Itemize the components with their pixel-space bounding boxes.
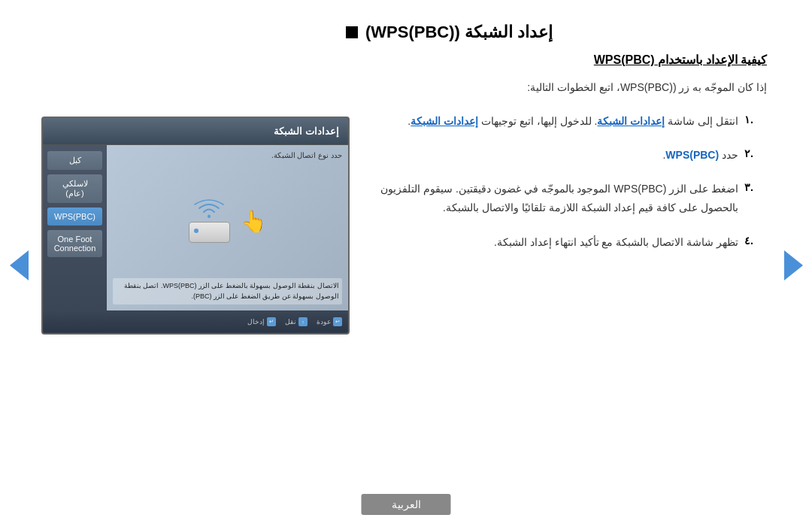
step-3: .٣ اضغط على الزر WPS(PBC) الموجود بالموج… [346, 180, 767, 217]
enter-icon: ↵ [267, 317, 276, 326]
tv-center: 👆 [113, 164, 342, 278]
step-2-number: .٢ [744, 147, 767, 159]
tv-footer-move: ↑ نقل [285, 317, 308, 326]
step-3-text: اضغط على الزر WPS(PBC) الموجود بالموجّه … [346, 180, 738, 217]
arabic-content: إعداد الشبكة (WPS(PBC)) كيفية الإعداد با… [346, 23, 767, 267]
hand-press-icon: 👆 [241, 209, 267, 234]
step-1-link-2: إعدادات الشبكة [411, 115, 478, 127]
tv-footer-back: ↩ عودة [317, 317, 342, 326]
router-body [189, 222, 230, 243]
tv-header: إعدادات الشبكة [43, 118, 348, 145]
tv-footer-enter: ↵ إدخال [247, 317, 276, 326]
move-label: نقل [285, 318, 296, 326]
step-4-number: .٤ [744, 235, 767, 247]
page-title: إعداد الشبكة (WPS(PBC)) [346, 23, 767, 42]
language-bar: العربية [362, 494, 451, 515]
step-4-text: تظهر شاشة الاتصال بالشبكة مع تأكيد انتها… [346, 233, 738, 252]
page-subtitle: كيفية الإعداد باستخدام WPS(PBC) [346, 53, 767, 67]
tv-main: حدد نوع اتصال الشبكة. [107, 145, 348, 310]
tv-menu-onefoot[interactable]: One Foot Connection [47, 230, 102, 257]
steps-list: .١ انتقل إلى شاشة إعدادات الشبكة. للدخول… [346, 112, 767, 252]
step-1-number: .١ [744, 114, 767, 126]
tv-screen: إعدادات الشبكة كبل لاسلكي(عام) WPS(PBC) … [41, 117, 350, 335]
step-2: .٢ حدد WPS(PBC). [346, 146, 767, 165]
title-bullet [346, 26, 358, 38]
right-arrow-icon [784, 250, 803, 280]
tv-mockup: إعدادات الشبكة كبل لاسلكي(عام) WPS(PBC) … [41, 117, 365, 335]
router-led [194, 229, 198, 233]
move-icon: ↑ [298, 317, 308, 326]
left-arrow-icon [10, 250, 29, 280]
nav-arrow-right[interactable] [782, 247, 804, 284]
title-text: إعداد الشبكة (WPS(PBC)) [365, 23, 553, 42]
enter-label: إدخال [247, 318, 265, 326]
intro-text: إذا كان الموجّه به زر (WPS(PBC)، اتبع ال… [346, 79, 767, 97]
tv-header-title: إعدادات الشبكة [274, 126, 339, 137]
tv-subtitle: حدد نوع اتصال الشبكة. [113, 151, 342, 159]
step-1-text: انتقل إلى شاشة إعدادات الشبكة. للدخول إل… [346, 112, 738, 131]
step-3-number: .٣ [744, 181, 767, 193]
step-4: .٤ تظهر شاشة الاتصال بالشبكة مع تأكيد ان… [346, 233, 767, 252]
wifi-icon [190, 199, 228, 222]
tv-menu-wps[interactable]: WPS(PBC) [47, 207, 102, 226]
tv-description: الاتصال بنقطة الوصول بسهولة بالضغط على ا… [113, 278, 342, 304]
page: إعداد الشبكة (WPS(PBC)) كيفية الإعداد با… [0, 0, 812, 530]
tv-menu-cable[interactable]: كبل [47, 151, 102, 170]
tv-footer: ↵ إدخال ↑ نقل ↩ عودة [43, 310, 348, 333]
tv-menu-wireless[interactable]: لاسلكي(عام) [47, 174, 102, 203]
back-label: عودة [317, 318, 331, 326]
back-icon: ↩ [333, 317, 342, 326]
tv-body: كبل لاسلكي(عام) WPS(PBC) One Foot Connec… [43, 145, 348, 310]
tv-sidebar: كبل لاسلكي(عام) WPS(PBC) One Foot Connec… [43, 145, 107, 310]
step-2-wps: WPS(PBC) [665, 149, 719, 161]
step-1-link-1: إعدادات الشبكة [597, 115, 665, 127]
step-2-text: حدد WPS(PBC). [346, 146, 738, 165]
router-graphic [189, 199, 230, 243]
svg-point-0 [208, 215, 211, 218]
nav-arrow-left[interactable] [8, 247, 30, 284]
step-1: .١ انتقل إلى شاشة إعدادات الشبكة. للدخول… [346, 112, 767, 131]
